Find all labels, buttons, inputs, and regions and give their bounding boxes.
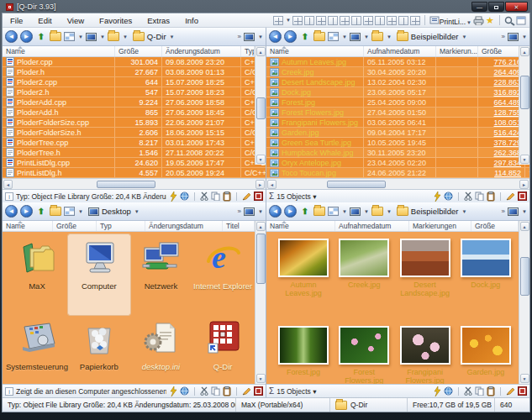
forward-icon[interactable]: ►: [20, 30, 33, 43]
address-bar-bottom-right[interactable]: Beispielbilder ▼: [394, 206, 469, 217]
column-header-name[interactable]: Name: [266, 46, 364, 56]
views-icon[interactable]: [64, 207, 75, 216]
column-header-nderungsdatum[interactable]: Änderungsdatum: [162, 46, 241, 56]
vertical-scrollbar[interactable]: ▲▼: [519, 221, 529, 384]
file-row[interactable]: Green Sea Turtle.jpg10.05.2005 19:45378.…: [266, 138, 529, 148]
new-folder-icon[interactable]: [313, 207, 325, 216]
thumbnail-item-autumn[interactable]: Autumn Leaves.jpg: [273, 239, 334, 326]
forward-icon[interactable]: ►: [20, 205, 33, 218]
new-folder-icon[interactable]: [50, 207, 61, 216]
cut-icon[interactable]: [464, 386, 472, 396]
address-bar-top-left[interactable]: Q-Dir ▼: [130, 31, 177, 42]
cut-icon[interactable]: [200, 386, 208, 396]
file-row[interactable]: Ploder.cpp301.00409.08.2009 23:20C++ Sou…: [3, 57, 266, 67]
toolbar-overflow-icon[interactable]: »: [502, 33, 505, 40]
copy-icon[interactable]: [475, 386, 484, 396]
layout-preset-9-icon[interactable]: [387, 16, 397, 25]
file-row[interactable]: PloderFolderSize.h2.60618.06.2009 15:15C…: [3, 128, 266, 138]
column-header-nderungsdatum[interactable]: Änderungsdatum: [145, 221, 223, 231]
up-icon[interactable]: ⬆: [299, 31, 311, 43]
thumbnail-item-forest[interactable]: Forest.jpg: [273, 326, 334, 384]
column-header-gre[interactable]: Größe: [53, 221, 97, 231]
file-row[interactable]: Ploder2.cpp64415.07.2009 18:25C++ Source: [3, 77, 266, 87]
network-icon[interactable]: [508, 207, 519, 216]
desktop-item-desktop-ini[interactable]: desktop.ini: [130, 315, 192, 384]
desktop-item-papierkorb[interactable]: Papierkorb: [68, 315, 130, 384]
copy-icon[interactable]: [475, 192, 484, 201]
layout-preset-5-icon[interactable]: [340, 16, 350, 25]
file-row[interactable]: PloderAdd.h86527.06.2009 18:45C/C++ Head…: [3, 108, 266, 118]
menu-edit[interactable]: Edit: [30, 14, 59, 27]
column-header-aufnahmedatum[interactable]: Aufnahmedatum: [364, 46, 436, 56]
refresh-globe-icon[interactable]: [444, 192, 453, 201]
file-row[interactable]: Dock.jpg23.06.2005 05:17316.892★: [266, 87, 529, 97]
file-row[interactable]: PloderTree.cpp8.21703.01.2009 17:43C++ S…: [3, 138, 266, 148]
file-row[interactable]: Autumn Leaves.jpg05.11.2005 03:12776.216…: [266, 57, 529, 67]
network-icon[interactable]: [244, 207, 255, 216]
copy-icon[interactable]: [211, 386, 220, 396]
cut-icon[interactable]: [200, 192, 208, 201]
file-row[interactable]: Garden.jpg09.04.2004 17:17516.424★: [266, 128, 529, 138]
up-icon[interactable]: ⬆: [299, 206, 311, 218]
desktop-item-q-dir[interactable]: Q-Dir: [192, 315, 254, 384]
layout-dropdown-icon[interactable]: ▼: [286, 18, 291, 23]
paste-icon[interactable]: [223, 386, 231, 396]
file-row[interactable]: PrintListDlg.h4.55720.05.2009 19:24C/C++…: [3, 168, 266, 178]
column-header-gre[interactable]: Größe: [115, 46, 162, 56]
layout-grid-icon[interactable]: [273, 16, 283, 25]
filter-lightning-icon[interactable]: [433, 386, 441, 396]
file-row[interactable]: Toco Toucan.jpg24.06.2005 21:22114.852★: [266, 168, 529, 178]
views-icon[interactable]: [64, 32, 75, 41]
layout-preset-6-icon[interactable]: [351, 16, 361, 25]
file-row[interactable]: PloderFolderSize.cpp15.89322.06.2009 21:…: [3, 118, 266, 128]
up-icon[interactable]: ⬆: [35, 31, 47, 43]
thumbnail-item-creek[interactable]: Creek.jpg: [334, 239, 394, 326]
layout-preset-2-icon[interactable]: [304, 16, 314, 25]
toolbar-overflow-icon[interactable]: »: [238, 207, 241, 215]
toolbar-overflow-icon[interactable]: »: [502, 207, 505, 215]
refresh-globe-icon[interactable]: [444, 386, 453, 396]
column-header-aufnahmedatum[interactable]: Aufnahmedatum: [335, 221, 409, 231]
column-header-typ[interactable]: Typ: [241, 46, 255, 56]
menu-view[interactable]: View: [60, 14, 92, 27]
object-count[interactable]: 15 Objects ▾: [277, 192, 430, 201]
new-folder-icon[interactable]: [50, 32, 61, 41]
network-icon[interactable]: [244, 33, 255, 41]
layout-preset-8-icon[interactable]: [375, 16, 385, 25]
column-header-gre[interactable]: Größe: [471, 221, 519, 231]
cut-icon[interactable]: [464, 192, 472, 201]
desktop-item-internet-explorer[interactable]: eInternet Explorer: [192, 234, 254, 315]
file-row[interactable]: Oryx Antelope.jpg23.04.2005 02:20297.834…: [266, 158, 529, 168]
menu-file[interactable]: File: [3, 14, 30, 27]
desktop-item-computer[interactable]: Computer: [68, 234, 130, 315]
refresh-globe-icon[interactable]: [180, 386, 189, 396]
vertical-scrollbar[interactable]: ▲▼: [519, 46, 529, 165]
printer-icon[interactable]: [473, 16, 483, 25]
vertical-scrollbar[interactable]: ▲▼: [255, 221, 266, 384]
file-list-top-left[interactable]: Ploder.cpp301.00409.08.2009 23:20C++ Sou…: [3, 57, 266, 178]
paste-icon[interactable]: [223, 192, 231, 202]
folder-dropdown-icon[interactable]: [108, 32, 119, 41]
folder-dropdown-icon[interactable]: [371, 207, 383, 216]
menu-info[interactable]: Info: [177, 14, 206, 27]
layout-preset-4-icon[interactable]: [328, 16, 338, 25]
copy-icon[interactable]: [211, 192, 220, 201]
layout-preset-7-icon[interactable]: [363, 16, 373, 25]
network-icon[interactable]: [508, 33, 519, 41]
search-icon[interactable]: [504, 16, 514, 25]
filter-lightning-icon[interactable]: [169, 386, 177, 396]
minimize-button[interactable]: —: [471, 2, 487, 12]
layout-preset-11-icon[interactable]: [410, 16, 420, 25]
paste-icon[interactable]: [487, 386, 495, 396]
thumbnail-item-forest-flowers[interactable]: Forest Flowers.jpg: [334, 326, 394, 384]
file-row[interactable]: Humpback Whale.jpg30.11.2005 23:20262.36…: [266, 148, 529, 158]
desktop-item-netzwerk[interactable]: Netzwerk: [130, 234, 192, 315]
column-header-typ[interactable]: Typ: [97, 221, 145, 231]
qdir-small-icon[interactable]: [518, 386, 527, 396]
edit-pencil-icon[interactable]: [242, 386, 251, 396]
thumbnail-item-dock[interactable]: Dock.jpg: [456, 239, 516, 326]
thumbnail-item-garden[interactable]: Garden.jpg: [456, 326, 516, 384]
column-header-markierun[interactable]: Markierun...: [436, 46, 478, 56]
file-row[interactable]: PloderTree.h1.54627.11.2008 20:22C/C++ H…: [3, 148, 266, 158]
file-list-top-right[interactable]: Autumn Leaves.jpg05.11.2005 03:12776.216…: [266, 57, 529, 178]
